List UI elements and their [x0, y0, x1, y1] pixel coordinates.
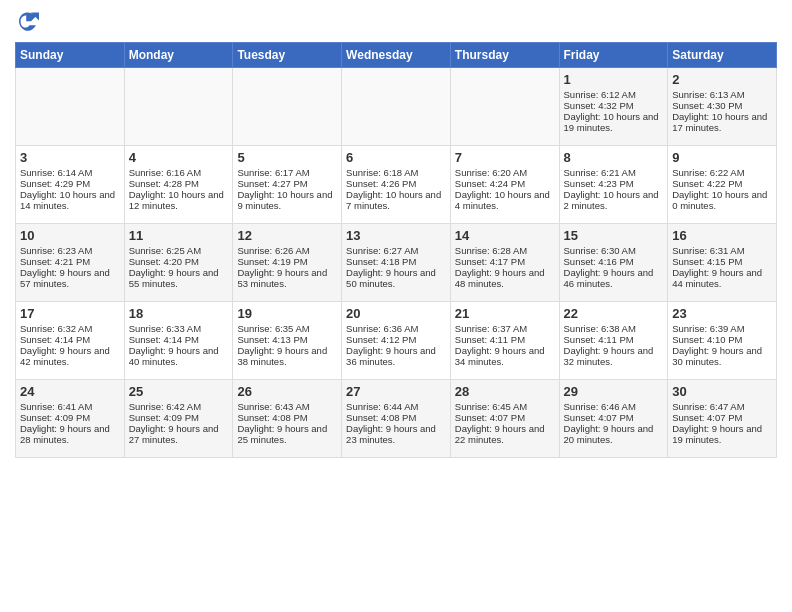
calendar-cell: 18Sunrise: 6:33 AMSunset: 4:14 PMDayligh…	[124, 302, 233, 380]
day-info: Daylight: 10 hours and 2 minutes.	[564, 189, 664, 211]
day-number: 20	[346, 306, 446, 321]
day-info: Sunset: 4:26 PM	[346, 178, 446, 189]
day-number: 3	[20, 150, 120, 165]
day-info: Sunrise: 6:18 AM	[346, 167, 446, 178]
calendar-cell: 7Sunrise: 6:20 AMSunset: 4:24 PMDaylight…	[450, 146, 559, 224]
day-info: Daylight: 9 hours and 36 minutes.	[346, 345, 446, 367]
day-info: Sunrise: 6:46 AM	[564, 401, 664, 412]
day-number: 27	[346, 384, 446, 399]
day-header-thursday: Thursday	[450, 43, 559, 68]
calendar-cell: 29Sunrise: 6:46 AMSunset: 4:07 PMDayligh…	[559, 380, 668, 458]
calendar-cell: 13Sunrise: 6:27 AMSunset: 4:18 PMDayligh…	[342, 224, 451, 302]
day-info: Daylight: 9 hours and 32 minutes.	[564, 345, 664, 367]
calendar-cell: 5Sunrise: 6:17 AMSunset: 4:27 PMDaylight…	[233, 146, 342, 224]
calendar-cell: 16Sunrise: 6:31 AMSunset: 4:15 PMDayligh…	[668, 224, 777, 302]
calendar-cell: 3Sunrise: 6:14 AMSunset: 4:29 PMDaylight…	[16, 146, 125, 224]
day-number: 10	[20, 228, 120, 243]
day-info: Sunset: 4:09 PM	[129, 412, 229, 423]
day-info: Sunset: 4:07 PM	[672, 412, 772, 423]
calendar-cell: 30Sunrise: 6:47 AMSunset: 4:07 PMDayligh…	[668, 380, 777, 458]
day-info: Sunrise: 6:26 AM	[237, 245, 337, 256]
logo	[15, 10, 43, 34]
day-info: Sunset: 4:22 PM	[672, 178, 772, 189]
day-info: Sunrise: 6:31 AM	[672, 245, 772, 256]
calendar-cell: 22Sunrise: 6:38 AMSunset: 4:11 PMDayligh…	[559, 302, 668, 380]
day-info: Sunset: 4:07 PM	[564, 412, 664, 423]
day-header-saturday: Saturday	[668, 43, 777, 68]
day-info: Daylight: 10 hours and 9 minutes.	[237, 189, 337, 211]
day-info: Sunrise: 6:20 AM	[455, 167, 555, 178]
week-row-1: 1Sunrise: 6:12 AMSunset: 4:32 PMDaylight…	[16, 68, 777, 146]
calendar-table: SundayMondayTuesdayWednesdayThursdayFrid…	[15, 42, 777, 458]
day-info: Sunset: 4:11 PM	[455, 334, 555, 345]
day-info: Sunrise: 6:37 AM	[455, 323, 555, 334]
day-number: 6	[346, 150, 446, 165]
day-number: 16	[672, 228, 772, 243]
day-info: Daylight: 10 hours and 7 minutes.	[346, 189, 446, 211]
day-info: Sunrise: 6:21 AM	[564, 167, 664, 178]
day-info: Sunset: 4:14 PM	[129, 334, 229, 345]
calendar-cell: 2Sunrise: 6:13 AMSunset: 4:30 PMDaylight…	[668, 68, 777, 146]
calendar-cell: 8Sunrise: 6:21 AMSunset: 4:23 PMDaylight…	[559, 146, 668, 224]
day-info: Daylight: 9 hours and 46 minutes.	[564, 267, 664, 289]
day-info: Daylight: 9 hours and 38 minutes.	[237, 345, 337, 367]
day-number: 14	[455, 228, 555, 243]
day-info: Sunrise: 6:43 AM	[237, 401, 337, 412]
day-info: Sunrise: 6:16 AM	[129, 167, 229, 178]
calendar-cell	[16, 68, 125, 146]
calendar-cell	[342, 68, 451, 146]
day-info: Sunset: 4:08 PM	[346, 412, 446, 423]
day-number: 13	[346, 228, 446, 243]
day-info: Sunset: 4:27 PM	[237, 178, 337, 189]
day-number: 21	[455, 306, 555, 321]
day-number: 19	[237, 306, 337, 321]
calendar-cell	[233, 68, 342, 146]
day-info: Sunrise: 6:12 AM	[564, 89, 664, 100]
calendar-cell: 11Sunrise: 6:25 AMSunset: 4:20 PMDayligh…	[124, 224, 233, 302]
day-number: 11	[129, 228, 229, 243]
day-info: Daylight: 10 hours and 12 minutes.	[129, 189, 229, 211]
day-info: Sunset: 4:21 PM	[20, 256, 120, 267]
day-number: 2	[672, 72, 772, 87]
day-info: Sunset: 4:23 PM	[564, 178, 664, 189]
calendar-cell: 17Sunrise: 6:32 AMSunset: 4:14 PMDayligh…	[16, 302, 125, 380]
week-row-2: 3Sunrise: 6:14 AMSunset: 4:29 PMDaylight…	[16, 146, 777, 224]
day-info: Sunrise: 6:33 AM	[129, 323, 229, 334]
day-info: Daylight: 9 hours and 53 minutes.	[237, 267, 337, 289]
day-info: Daylight: 9 hours and 28 minutes.	[20, 423, 120, 445]
day-header-friday: Friday	[559, 43, 668, 68]
day-info: Sunrise: 6:32 AM	[20, 323, 120, 334]
day-info: Daylight: 9 hours and 30 minutes.	[672, 345, 772, 367]
day-info: Sunset: 4:12 PM	[346, 334, 446, 345]
day-info: Sunset: 4:24 PM	[455, 178, 555, 189]
calendar-cell: 10Sunrise: 6:23 AMSunset: 4:21 PMDayligh…	[16, 224, 125, 302]
day-info: Sunrise: 6:38 AM	[564, 323, 664, 334]
week-row-5: 24Sunrise: 6:41 AMSunset: 4:09 PMDayligh…	[16, 380, 777, 458]
day-info: Sunrise: 6:35 AM	[237, 323, 337, 334]
calendar-cell: 28Sunrise: 6:45 AMSunset: 4:07 PMDayligh…	[450, 380, 559, 458]
header-row: SundayMondayTuesdayWednesdayThursdayFrid…	[16, 43, 777, 68]
day-info: Sunrise: 6:25 AM	[129, 245, 229, 256]
logo-icon	[15, 10, 39, 34]
day-info: Daylight: 9 hours and 42 minutes.	[20, 345, 120, 367]
day-info: Sunrise: 6:45 AM	[455, 401, 555, 412]
day-info: Daylight: 10 hours and 19 minutes.	[564, 111, 664, 133]
day-info: Daylight: 9 hours and 55 minutes.	[129, 267, 229, 289]
day-info: Daylight: 9 hours and 44 minutes.	[672, 267, 772, 289]
calendar-cell: 21Sunrise: 6:37 AMSunset: 4:11 PMDayligh…	[450, 302, 559, 380]
day-info: Daylight: 9 hours and 50 minutes.	[346, 267, 446, 289]
week-row-3: 10Sunrise: 6:23 AMSunset: 4:21 PMDayligh…	[16, 224, 777, 302]
day-info: Sunrise: 6:22 AM	[672, 167, 772, 178]
day-info: Sunrise: 6:17 AM	[237, 167, 337, 178]
day-info: Daylight: 9 hours and 40 minutes.	[129, 345, 229, 367]
calendar-cell: 25Sunrise: 6:42 AMSunset: 4:09 PMDayligh…	[124, 380, 233, 458]
day-number: 22	[564, 306, 664, 321]
day-info: Sunset: 4:09 PM	[20, 412, 120, 423]
calendar-cell: 24Sunrise: 6:41 AMSunset: 4:09 PMDayligh…	[16, 380, 125, 458]
day-info: Daylight: 10 hours and 4 minutes.	[455, 189, 555, 211]
calendar-cell: 23Sunrise: 6:39 AMSunset: 4:10 PMDayligh…	[668, 302, 777, 380]
calendar-cell: 4Sunrise: 6:16 AMSunset: 4:28 PMDaylight…	[124, 146, 233, 224]
calendar-cell: 9Sunrise: 6:22 AMSunset: 4:22 PMDaylight…	[668, 146, 777, 224]
day-info: Sunset: 4:08 PM	[237, 412, 337, 423]
day-info: Daylight: 9 hours and 19 minutes.	[672, 423, 772, 445]
